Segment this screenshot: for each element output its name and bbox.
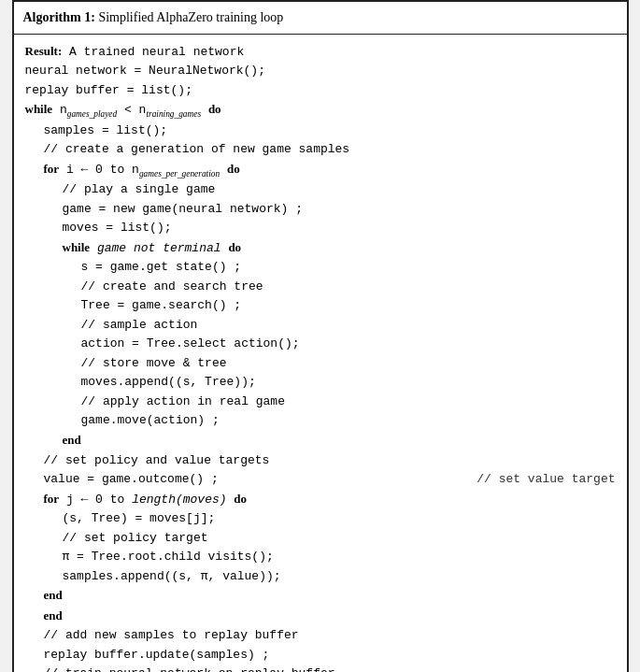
line-result: Result: A trained neural network — [25, 42, 616, 63]
line-replay-update: replay buffer.update(samples) ; — [25, 646, 616, 665]
line-get-state: s = game.get state() ; — [25, 258, 616, 278]
line-while-main: while ngames_played < ntraining_games do — [25, 100, 616, 121]
line-moves-j: (s, Tree) = moves[j]; — [25, 509, 616, 529]
line-comment-train: // train neural network on replay buffer — [25, 665, 616, 672]
line-comment-add-samples: // add new samples to replay buffer — [25, 626, 616, 646]
line-samples: samples = list(); — [25, 122, 616, 141]
line-comment-apply: // apply action in real game — [25, 393, 616, 412]
line-for-i: for i ← 0 to ngames_per_generation do — [25, 160, 616, 180]
algorithm-header: Algorithm 1: Simplified AlphaZero traini… — [14, 2, 627, 35]
algorithm-title: Simplified AlphaZero training loop — [98, 10, 283, 24]
line-game-move: game.move(action) ; — [25, 411, 616, 431]
algorithm-body: Result: A trained neural network neural … — [14, 35, 627, 672]
line-comment-search: // create and search tree — [25, 278, 616, 297]
line-moves: moves = list(); — [25, 219, 616, 238]
algorithm-label: Algorithm 1: — [23, 10, 95, 24]
line-end-for-j: end — [25, 586, 616, 607]
line-neural-network: neural network = NeuralNetwork(); — [25, 62, 616, 81]
line-pi: π = Tree.root.child visits(); — [25, 548, 616, 567]
line-game-new: game = new game(neural network) ; — [25, 200, 616, 220]
line-select-action: action = Tree.select action(); — [25, 335, 616, 354]
line-moves-append: moves.append((s, Tree)); — [25, 373, 616, 393]
line-comment-create: // create a generation of new game sampl… — [25, 140, 616, 160]
line-for-j: for j ← 0 to length(moves) do — [25, 490, 616, 510]
line-samples-append: samples.append((s, π, value)); — [25, 567, 616, 587]
line-end-for-i: end — [25, 607, 616, 627]
line-comment-play: // play a single game — [25, 180, 616, 200]
line-while-terminal: while game not terminal do — [25, 238, 616, 259]
line-comment-sample: // sample action — [25, 316, 616, 336]
algorithm-box: Algorithm 1: Simplified AlphaZero traini… — [12, 0, 629, 672]
comment-set-value: // set value target — [476, 470, 615, 490]
line-value-outcome: value = game.outcome() ; // set value ta… — [25, 470, 616, 490]
line-end-while-terminal: end — [25, 431, 616, 451]
line-comment-policy: // set policy and value targets — [25, 451, 616, 471]
line-comment-store: // store move & tree — [25, 354, 616, 374]
line-comment-policy-target: // set policy target — [25, 529, 616, 549]
line-tree-search: Tree = game.search() ; — [25, 296, 616, 316]
line-replay-buffer: replay buffer = list(); — [25, 81, 616, 101]
